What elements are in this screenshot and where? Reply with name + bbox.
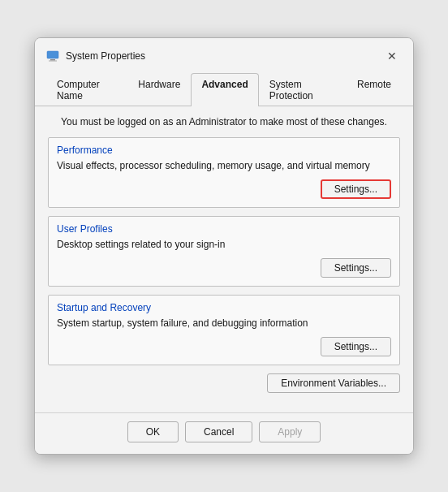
ok-button[interactable]: OK (127, 421, 179, 442)
apply-button[interactable]: Apply (259, 421, 321, 442)
startup-recovery-desc: System startup, system failure, and debu… (57, 317, 391, 330)
user-profiles-settings-button[interactable]: Settings... (321, 258, 391, 278)
window-title: System Properties (66, 50, 145, 62)
performance-title: Performance (57, 145, 391, 156)
admin-notice: You must be logged on as an Administrato… (48, 116, 400, 127)
performance-section: Performance Visual effects, processor sc… (48, 137, 400, 208)
user-profiles-title: User Profiles (57, 223, 391, 235)
title-bar-left: System Properties (46, 50, 145, 63)
performance-settings-button[interactable]: Settings... (321, 179, 391, 199)
cancel-button[interactable]: Cancel (185, 421, 252, 442)
user-profiles-desc: Desktop settings related to your sign-in (57, 238, 391, 252)
svg-rect-2 (49, 61, 57, 62)
tab-system-protection[interactable]: System Protection (259, 73, 347, 106)
window-icon (46, 50, 59, 63)
tab-content: You must be logged on as an Administrato… (35, 106, 413, 412)
tab-computer-name[interactable]: Computer Name (46, 73, 127, 106)
svg-rect-1 (50, 59, 55, 61)
startup-recovery-btn-row: Settings... (57, 337, 391, 356)
system-properties-window: System Properties ✕ Computer Name Hardwa… (34, 37, 414, 454)
close-button[interactable]: ✕ (382, 46, 402, 66)
performance-btn-row: Settings... (57, 179, 391, 199)
user-profiles-section: User Profiles Desktop settings related t… (48, 216, 400, 287)
footer: OK Cancel Apply (35, 412, 413, 454)
tab-bar: Computer Name Hardware Advanced System P… (35, 66, 413, 106)
tab-advanced[interactable]: Advanced (191, 73, 258, 106)
svg-rect-0 (47, 51, 58, 58)
environment-variables-button[interactable]: Environment Variables... (267, 373, 400, 393)
env-variables-row: Environment Variables... (48, 373, 400, 393)
user-profiles-btn-row: Settings... (57, 258, 391, 278)
tab-hardware[interactable]: Hardware (127, 73, 191, 106)
startup-recovery-title: Startup and Recovery (57, 302, 391, 313)
title-bar: System Properties ✕ (35, 38, 413, 66)
startup-recovery-settings-button[interactable]: Settings... (321, 337, 391, 356)
startup-recovery-section: Startup and Recovery System startup, sys… (48, 295, 400, 365)
performance-desc: Visual effects, processor scheduling, me… (57, 159, 391, 173)
tab-remote[interactable]: Remote (347, 73, 402, 106)
